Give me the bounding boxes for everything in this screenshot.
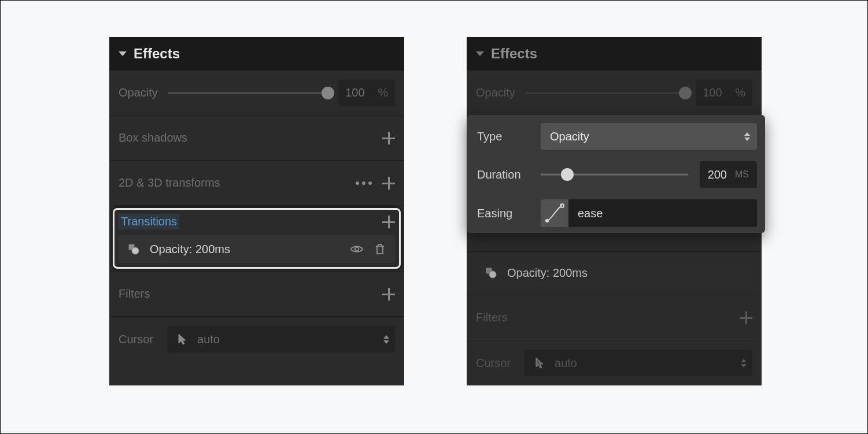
opacity-label: Opacity xyxy=(119,86,158,99)
panel-title: Effects xyxy=(491,46,537,62)
transition-item[interactable]: Opacity: 200ms xyxy=(476,259,752,287)
transforms-more-icon[interactable] xyxy=(356,181,372,185)
cursor-icon xyxy=(175,332,189,346)
filters-row: Filters xyxy=(467,295,762,340)
cursor-select[interactable]: auto xyxy=(167,326,395,353)
opacity-row: Opacity 100 % xyxy=(467,71,762,116)
collapse-icon xyxy=(476,51,484,56)
effects-panel-left: Effects Opacity 100 % Box shadows 2D & 3… xyxy=(109,37,404,385)
transition-icon xyxy=(484,266,498,280)
opacity-input[interactable]: 100 % xyxy=(696,80,752,106)
select-chevrons-icon xyxy=(383,335,389,344)
filters-label: Filters xyxy=(119,287,150,301)
delete-icon[interactable] xyxy=(373,242,387,256)
add-box-shadow-button[interactable] xyxy=(382,132,395,144)
transition-icon xyxy=(127,242,141,256)
add-transition-button[interactable] xyxy=(382,216,395,228)
svg-point-1 xyxy=(132,247,139,254)
opacity-input[interactable]: 100 % xyxy=(338,80,395,106)
cursor-value: auto xyxy=(555,357,577,370)
effects-panel-right: Effects Opacity 100 % Opacity: 200ms xyxy=(467,37,762,385)
transition-item-label: Opacity: 200ms xyxy=(150,243,341,256)
cursor-select[interactable]: auto xyxy=(525,350,752,376)
transforms-label: 2D & 3D transforms xyxy=(119,176,220,190)
svg-point-2 xyxy=(355,247,359,251)
transforms-row: 2D & 3D transforms xyxy=(109,161,404,206)
effects-header[interactable]: Effects xyxy=(109,37,404,71)
duration-slider[interactable] xyxy=(541,166,688,183)
transition-item[interactable]: Opacity: 200ms xyxy=(119,235,395,263)
filters-row: Filters xyxy=(109,272,404,317)
duration-label: Duration xyxy=(477,168,535,181)
add-transform-button[interactable] xyxy=(382,177,395,190)
transition-settings-popup: Type Opacity Duration 200 MS Easing xyxy=(467,115,765,233)
cursor-row: Cursor auto xyxy=(109,317,404,362)
cursor-icon xyxy=(533,356,546,370)
select-chevrons-icon xyxy=(741,359,747,368)
collapse-icon xyxy=(119,51,127,56)
easing-select[interactable]: ease xyxy=(541,199,757,227)
effects-header[interactable]: Effects xyxy=(467,37,762,71)
svg-point-5 xyxy=(545,219,549,222)
box-shadows-row: Box shadows xyxy=(109,116,404,161)
transition-type-select[interactable]: Opacity xyxy=(541,123,757,150)
opacity-slider[interactable] xyxy=(168,84,328,102)
easing-value: ease xyxy=(568,207,757,220)
box-shadows-label: Box shadows xyxy=(119,131,187,144)
cursor-label: Cursor xyxy=(476,357,511,370)
transitions-section: Transitions Opacity: 200ms xyxy=(109,206,404,272)
add-filter-button[interactable] xyxy=(382,288,395,301)
duration-input[interactable]: 200 MS xyxy=(700,161,757,188)
type-label: Type xyxy=(477,130,535,143)
opacity-label: Opacity xyxy=(476,86,515,99)
opacity-row: Opacity 100 % xyxy=(109,71,404,116)
visibility-icon[interactable] xyxy=(350,242,364,256)
panel-title: Effects xyxy=(134,46,180,62)
opacity-slider[interactable] xyxy=(526,84,685,102)
cursor-label: Cursor xyxy=(119,333,153,346)
add-filter-button[interactable] xyxy=(740,311,752,324)
type-value: Opacity xyxy=(550,130,589,143)
select-chevrons-icon xyxy=(744,132,750,141)
easing-curve-icon xyxy=(541,199,568,227)
cursor-row: Cursor auto xyxy=(467,340,762,385)
easing-label: Easing xyxy=(477,207,535,220)
filters-label: Filters xyxy=(476,311,507,324)
svg-point-4 xyxy=(489,271,496,278)
cursor-value: auto xyxy=(197,333,220,346)
transition-item-label: Opacity: 200ms xyxy=(507,266,744,280)
transitions-label: Transitions xyxy=(119,214,179,229)
